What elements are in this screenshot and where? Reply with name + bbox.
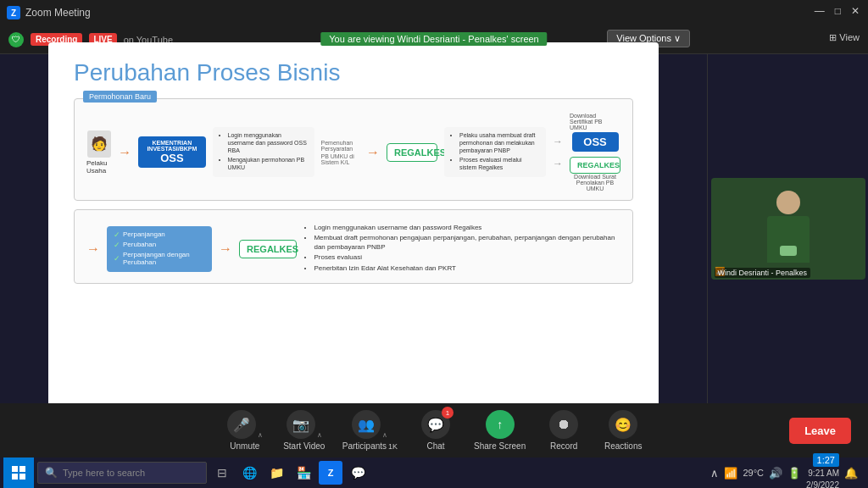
- regalkes-middle: REGALKES: [387, 143, 437, 162]
- network-icon[interactable]: 📶: [724, 467, 737, 480]
- step2-item-1: Pelaku usaha membuat draft permohonan da…: [459, 131, 539, 154]
- svg-rect-2: [12, 474, 18, 480]
- arrow-right-1: →: [118, 145, 131, 160]
- arrow-persetujuan: →: [553, 136, 563, 147]
- task-view-button[interactable]: ⊟: [210, 461, 234, 485]
- download-surat-label: Download Surat Penolakan PB UMKU: [570, 174, 620, 191]
- leave-button[interactable]: Leave: [789, 418, 851, 444]
- unmute-button[interactable]: 🎤 ∧ Unmute: [224, 410, 266, 451]
- participants-button[interactable]: 👥 ∧ Participants 1K: [342, 410, 398, 451]
- main-area: Perubahan Proses Bisnis Permohonan Baru …: [0, 54, 868, 403]
- search-bar[interactable]: 🔍 Type here to search: [37, 462, 207, 484]
- pelaku-label: Pelaku Usaha: [86, 159, 111, 175]
- close-button[interactable]: ✕: [851, 5, 860, 17]
- perpanjangan-label: Perpanjangan: [123, 230, 165, 238]
- mask: [780, 246, 797, 256]
- participants-label: Participants: [342, 441, 387, 451]
- share-screen-button[interactable]: ↑ Share Screen: [474, 410, 526, 451]
- record-button[interactable]: ⏺ Record: [542, 410, 585, 451]
- share-screen-label: Share Screen: [474, 441, 526, 451]
- bottom-item-2: Membuat draft permohonan pengajuan perpa…: [314, 234, 620, 252]
- chevron-up-icon[interactable]: ∧: [710, 467, 719, 480]
- step1-box: Login menggunakan username dan password …: [213, 127, 314, 177]
- oss-title: OSS: [145, 152, 198, 164]
- participant-video-panel: 📶 Windi Desrianti - Penalkes: [707, 54, 868, 403]
- system-tray: ∧ 📶 29°C 🔊 🔋 1:27 9:21 AM 2/9/2022 🔔: [710, 454, 865, 488]
- time-display: 9:21 AM: [806, 468, 839, 480]
- oss-subtitle: KEMENTRIAN INVESTASI/BKPM: [145, 140, 198, 152]
- record-label: Record: [550, 441, 577, 451]
- start-video-label: Start Video: [283, 441, 325, 451]
- clock: 1:27 9:21 AM 2/9/2022: [806, 454, 839, 488]
- step2-item-2: Proses evaluasi melalui sistem Regalkes: [459, 156, 539, 171]
- reactions-label: Reactions: [604, 441, 642, 451]
- step1-item-2: Mengajukan permohonan PB UMKU: [228, 156, 308, 171]
- minimize-button[interactable]: —: [815, 5, 825, 17]
- reactions-button[interactable]: 😊 Reactions: [602, 410, 644, 451]
- microphone-icon: 🎤: [227, 410, 256, 439]
- regalkes-title: REGALKES: [394, 147, 430, 158]
- arrow-right-2: →: [366, 145, 380, 160]
- oss-right-title: OSS: [583, 136, 606, 148]
- right-outputs: Download Sertifikat PB UMKU OSS REGALKES…: [570, 113, 620, 191]
- battery-icon[interactable]: 🔋: [787, 467, 801, 480]
- volume-icon[interactable]: 🔊: [769, 467, 782, 480]
- person-body: [767, 216, 810, 263]
- participants-count: 1K: [388, 442, 398, 451]
- bottom-item-3: Proses evaluasi: [314, 253, 620, 262]
- bottom-toolbar: 🎤 ∧ Unmute 📷 ∧ Start Video 👥 ∧ Participa…: [0, 403, 868, 458]
- video-frame: 📶 Windi Desrianti - Penalkes: [711, 178, 865, 280]
- pelaku-usaha: 🧑 Pelaku Usaha: [86, 130, 111, 175]
- regalkes-bottom: REGALKES: [239, 240, 297, 258]
- maximize-button[interactable]: □: [835, 5, 841, 17]
- perpanjangan-item: ✓ Perpanjangan: [114, 230, 205, 239]
- title-bar-text: Zoom Meeting: [25, 7, 861, 19]
- pemenuhan-label: Pemenuhan Persyaratan PB UMKU di Sistem …: [321, 140, 360, 165]
- svg-rect-0: [12, 466, 18, 472]
- oss-right-output: Download Sertifikat PB UMKU OSS: [570, 113, 620, 152]
- time-highlight: 1:27: [813, 453, 839, 467]
- bottom-item-4: Penerbitan Izin Edar Alat Kesehatan dan …: [314, 264, 620, 273]
- regalkes-bottom-title: REGALKES: [247, 244, 289, 254]
- unmute-label: Unmute: [230, 441, 259, 451]
- bottom-text-box: Login menggunakan username dan password …: [303, 224, 620, 274]
- person-head: [776, 191, 800, 214]
- bottom-list: Login menggunakan username dan password …: [303, 224, 620, 273]
- download-sertifikat-label: Download Sertifikat PB UMKU: [570, 113, 620, 130]
- search-icon: 🔍: [45, 467, 58, 479]
- regalkes-right-box: REGALKES: [570, 157, 620, 174]
- view-button[interactable]: ⊞ View: [829, 32, 860, 43]
- participant-name-label: Windi Desrianti - Penalkes: [715, 268, 811, 278]
- share-screen-icon: ↑: [486, 410, 515, 439]
- edge-browser-icon[interactable]: 🌐: [237, 461, 261, 485]
- section-top-label: Permohonan Baru: [83, 91, 157, 103]
- oss-box: KEMENTRIAN INVESTASI/BKPM OSS: [138, 136, 205, 168]
- record-icon: ⏺: [549, 410, 578, 439]
- svg-rect-3: [19, 474, 25, 480]
- title-bar: Z Zoom Meeting — □ ✕: [0, 0, 868, 25]
- perpanjangan-dengan-item: ✓ Perpanjangan dengan Perubahan: [114, 251, 205, 266]
- zoom-taskbar-icon[interactable]: Z: [319, 461, 342, 485]
- start-button[interactable]: [3, 458, 34, 488]
- chat-button[interactable]: 💬 1 Chat: [415, 410, 457, 451]
- arrow-penolakan: →: [553, 158, 563, 169]
- whatsapp-icon[interactable]: 💬: [346, 461, 370, 485]
- perpanjangan-dengan-label: Perpanjangan dengan Perubahan: [123, 251, 205, 266]
- bottom-item-1: Login menggunakan username dan password …: [314, 224, 620, 232]
- file-explorer-icon[interactable]: 📁: [264, 461, 288, 485]
- screen-sharing-label: You are viewing Windi Desrianti - Penalk…: [320, 32, 547, 46]
- camera-icon: 📷: [287, 410, 315, 439]
- chat-label: Chat: [426, 441, 444, 451]
- store-icon[interactable]: 🏪: [292, 461, 315, 485]
- notifications-icon[interactable]: 🔔: [844, 467, 858, 480]
- presentation-area: Perubahan Proses Bisnis Permohonan Baru …: [0, 54, 707, 403]
- start-video-button[interactable]: 📷 ∧ Start Video: [283, 410, 326, 451]
- svg-rect-1: [19, 466, 25, 472]
- regalkes-right-output: REGALKES Download Surat Penolakan PB UMK…: [570, 157, 620, 191]
- date-display: 2/9/2022: [806, 480, 839, 488]
- slide-container: Perubahan Proses Bisnis Permohonan Baru …: [48, 42, 659, 415]
- zoom-icon: Z: [7, 6, 20, 19]
- arrow-bottom-2: →: [219, 241, 232, 257]
- flow-row-bottom: → ✓ Perpanjangan ✓ Perubahan: [86, 224, 620, 274]
- window-controls[interactable]: — □ ✕: [815, 5, 860, 17]
